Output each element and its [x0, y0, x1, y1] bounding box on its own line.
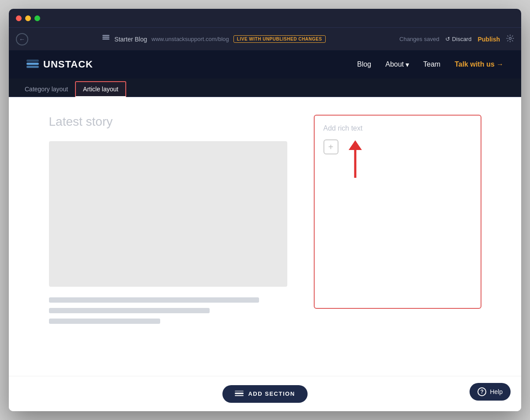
nav-blog[interactable]: Blog — [357, 60, 371, 68]
svg-rect-0 — [102, 37, 109, 38]
text-line — [49, 319, 160, 324]
svg-rect-10 — [235, 395, 244, 396]
svg-rect-11 — [235, 390, 244, 392]
titlebar — [9, 9, 521, 27]
nav-about[interactable]: About ▾ — [385, 60, 409, 69]
discard-label: Discard — [452, 36, 471, 42]
unpublished-badge: LIVE WITH UNPUBLISHED CHANGES — [233, 35, 326, 43]
chevron-down-icon: ▾ — [406, 60, 409, 69]
tab-category-layout[interactable]: Category layout — [18, 82, 75, 97]
app-window: ← Starter Blog www.unstacksupport.com/bl… — [9, 9, 521, 411]
nav-links: Blog About ▾ Team Talk with us → — [357, 60, 504, 69]
tab-article-layout[interactable]: Article layout — [75, 81, 126, 97]
text-line — [49, 308, 210, 313]
toolbar: ← Starter Blog www.unstacksupport.com/bl… — [9, 27, 521, 50]
logo-text: UNSTACK — [43, 59, 93, 70]
site-url: www.unstacksupport.com/blog — [151, 36, 229, 42]
back-icon: ← — [19, 36, 25, 43]
rich-text-area[interactable]: Add rich text + — [314, 115, 481, 309]
nav-cta[interactable]: Talk with us → — [455, 60, 504, 68]
discard-icon: ↺ — [445, 36, 450, 42]
add-section-label: ADD SECTION — [248, 390, 295, 397]
plus-icon: + — [328, 142, 334, 152]
help-button[interactable]: ? Help — [470, 383, 511, 401]
toolbar-center: Starter Blog www.unstacksupport.com/blog… — [34, 34, 394, 44]
svg-rect-9 — [235, 393, 244, 394]
minimize-button[interactable] — [25, 15, 31, 21]
article-image — [49, 141, 287, 287]
content-inner: Latest story Add rich text + — [23, 97, 508, 341]
add-section-bar: ADD SECTION — [9, 376, 521, 411]
publish-button[interactable]: Publish — [477, 36, 500, 43]
svg-marker-8 — [349, 140, 362, 150]
discard-button[interactable]: ↺ Discard — [445, 36, 471, 42]
svg-rect-6 — [26, 60, 39, 62]
saved-status: Changes saved — [399, 36, 439, 42]
svg-rect-1 — [102, 38, 109, 40]
rich-text-placeholder: Add rich text — [323, 124, 472, 132]
help-label: Help — [490, 388, 503, 395]
help-icon: ? — [477, 387, 486, 396]
site-logo: UNSTACK — [26, 59, 93, 70]
article-area: Latest story — [49, 115, 296, 324]
svg-rect-2 — [102, 35, 109, 36]
back-button[interactable]: ← — [16, 33, 28, 45]
toolbar-right: Changes saved ↺ Discard Publish — [399, 34, 514, 44]
settings-icon[interactable] — [506, 34, 514, 44]
close-button[interactable] — [16, 15, 22, 21]
preview-navbar: UNSTACK Blog About ▾ Team Talk with us → — [9, 50, 521, 79]
site-icon — [102, 34, 110, 44]
main-content: Latest story Add rich text + — [9, 97, 521, 411]
layout-tabs: Category layout Article layout — [9, 79, 521, 97]
nav-team[interactable]: Team — [423, 60, 440, 68]
site-name: Starter Blog — [114, 36, 147, 43]
svg-point-3 — [509, 37, 511, 39]
arrow-annotation — [338, 140, 373, 180]
add-block-button[interactable]: + — [323, 139, 338, 154]
article-title: Latest story — [49, 115, 296, 129]
fullscreen-button[interactable] — [34, 15, 40, 21]
traffic-lights — [16, 15, 40, 21]
article-text-lines — [49, 297, 296, 324]
svg-rect-4 — [26, 63, 39, 65]
svg-rect-5 — [26, 66, 39, 68]
add-section-button[interactable]: ADD SECTION — [222, 385, 307, 403]
text-line — [49, 297, 259, 303]
